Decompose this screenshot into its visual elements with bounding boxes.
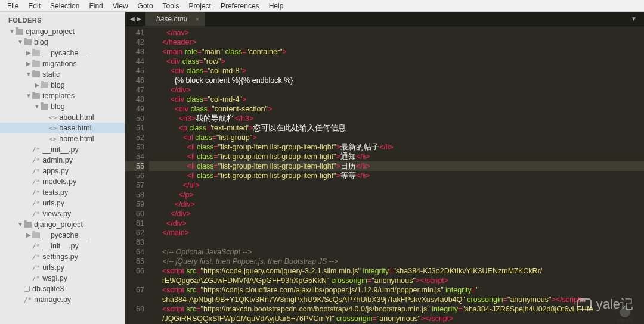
tree-item-models-py[interactable]: /*models.py — [0, 176, 125, 187]
python-file-icon: /* — [32, 242, 40, 250]
tree-item-db-sqlite3[interactable]: db.sqlite3 — [0, 284, 125, 294]
tree-item-manage-py[interactable]: /*manage.py — [0, 294, 125, 305]
tree-item-label: views.py — [42, 210, 71, 218]
folder-tree: ▼django_project▼blog▶__pycache__▶migrati… — [0, 26, 125, 305]
menu-bar: FileEditSelectionFindViewGotoToolsProjec… — [0, 0, 644, 12]
editor-area: ◀ ▶ base.html × ▼ 4142434445464748495051… — [125, 12, 644, 324]
tree-item-wsgi-py[interactable]: /*wsgi.py — [0, 273, 125, 284]
tree-item-label: apps.py — [42, 167, 69, 175]
menu-project[interactable]: Project — [184, 1, 216, 11]
tree-item-urls-py[interactable]: /*urls.py — [0, 198, 125, 208]
tree-item-label: about.html — [59, 113, 94, 122]
tree-item-settings-py[interactable]: /*settings.py — [0, 251, 125, 262]
tree-item-urls-py[interactable]: /*urls.py — [0, 262, 125, 273]
tree-item-label: __pycache__ — [42, 231, 86, 239]
folder-icon — [32, 232, 40, 238]
menu-goto[interactable]: Goto — [133, 1, 158, 11]
menu-file[interactable]: File — [2, 1, 23, 11]
folder-icon — [24, 39, 32, 45]
python-file-icon: /* — [32, 178, 40, 186]
tree-item-label: settings.py — [42, 253, 78, 261]
tree-item-migrations[interactable]: ▶migrations — [0, 58, 125, 69]
tab-right-icon[interactable]: ▶ — [137, 15, 141, 22]
tree-item-django-project[interactable]: ▼django_project — [0, 219, 125, 230]
python-file-icon: /* — [32, 189, 40, 197]
tree-item-label: static — [42, 70, 60, 79]
disclosure-triangle-icon[interactable]: ▼ — [33, 103, 41, 110]
folder-sidebar: FOLDERS ▼django_project▼blog▶__pycache__… — [0, 12, 125, 324]
tree-item-templates[interactable]: ▼templates — [0, 91, 125, 101]
code-editor[interactable]: 4142434445464748495051525354555657585960… — [125, 26, 644, 324]
menu-find[interactable]: Find — [84, 1, 107, 11]
tab-menu-button[interactable]: ▼ — [624, 12, 644, 26]
tree-item-label: urls.py — [42, 199, 64, 207]
tree-item-home-html[interactable]: <>home.html — [0, 133, 125, 144]
tab-bar: ◀ ▶ base.html × ▼ — [125, 12, 644, 26]
tree-item-label: manage.py — [34, 295, 71, 304]
tree-item--init-py[interactable]: /*__init__.py — [0, 144, 125, 155]
menu-help[interactable]: Help — [264, 1, 289, 11]
tree-item-blog[interactable]: ▼blog — [0, 101, 125, 112]
tree-item-label: tests.py — [42, 188, 68, 197]
menu-preferences[interactable]: Preferences — [216, 1, 264, 11]
close-icon[interactable]: × — [196, 15, 199, 23]
tree-item-label: blog — [34, 38, 48, 46]
python-file-icon: /* — [32, 167, 40, 175]
disclosure-triangle-icon[interactable]: ▶ — [25, 49, 32, 56]
disclosure-triangle-icon[interactable]: ▼ — [25, 71, 32, 77]
tree-item--pycache-[interactable]: ▶__pycache__ — [0, 230, 125, 241]
tree-item-label: django_project — [26, 27, 75, 36]
folder-icon — [41, 104, 48, 110]
tree-item-label: templates — [42, 92, 75, 100]
python-file-icon: /* — [32, 157, 40, 164]
folder-icon — [32, 71, 40, 77]
menu-edit[interactable]: Edit — [23, 1, 45, 11]
tab-scroll-controls: ◀ ▶ — [125, 12, 145, 26]
disclosure-triangle-icon[interactable]: ▼ — [17, 39, 24, 45]
tree-item-label: urls.py — [42, 263, 64, 272]
tree-item-django-project[interactable]: ▼django_project — [0, 26, 125, 37]
folder-icon — [32, 93, 40, 99]
tab-label: base.html — [156, 15, 187, 23]
disclosure-triangle-icon[interactable]: ▼ — [8, 28, 16, 35]
menu-tools[interactable]: Tools — [158, 1, 184, 11]
tree-item-blog[interactable]: ▼blog — [0, 37, 125, 48]
tree-item-tests-py[interactable]: /*tests.py — [0, 187, 125, 198]
tree-item-label: django_project — [34, 220, 83, 229]
disclosure-triangle-icon[interactable]: ▶ — [25, 60, 32, 67]
disclosure-triangle-icon[interactable]: ▶ — [33, 82, 41, 88]
menu-view[interactable]: View — [108, 1, 133, 11]
tree-item-views-py[interactable]: /*views.py — [0, 208, 125, 219]
tree-item-about-html[interactable]: <>about.html — [0, 112, 125, 123]
menu-selection[interactable]: Selection — [45, 1, 84, 11]
tree-item-apps-py[interactable]: /*apps.py — [0, 166, 125, 176]
html-file-icon: <> — [49, 114, 57, 122]
tree-item-label: base.html — [59, 124, 91, 132]
python-file-icon: /* — [32, 146, 40, 154]
line-number-gutter: 4142434445464748495051525354555657585960… — [125, 26, 149, 324]
disclosure-triangle-icon[interactable]: ▶ — [25, 232, 32, 238]
tree-item-blog[interactable]: ▶blog — [0, 80, 125, 91]
python-file-icon: /* — [32, 275, 40, 282]
tree-item-base-html[interactable]: <>base.html — [0, 123, 125, 133]
code-text[interactable]: </nav> </header> <main role="main" class… — [149, 26, 644, 324]
disclosure-triangle-icon[interactable]: ▼ — [25, 92, 32, 99]
html-file-icon: <> — [49, 135, 57, 143]
tree-item--init-py[interactable]: /*__init__.py — [0, 241, 125, 251]
tree-item-label: blog — [51, 102, 65, 111]
folder-icon — [32, 61, 40, 67]
tree-item-admin-py[interactable]: /*admin.py — [0, 155, 125, 166]
tree-item-label: wsgi.py — [42, 274, 67, 282]
tree-item--pycache-[interactable]: ▶__pycache__ — [0, 48, 125, 58]
tree-item-static[interactable]: ▼static — [0, 69, 125, 80]
chevron-down-icon: ▼ — [631, 15, 637, 22]
folder-icon — [41, 82, 48, 88]
tab-left-icon[interactable]: ◀ — [130, 15, 135, 22]
tree-item-label: migrations — [42, 60, 77, 68]
tree-item-label: home.html — [59, 135, 94, 143]
tab-base-html[interactable]: base.html × — [145, 12, 206, 26]
python-file-icon: /* — [32, 264, 40, 272]
folder-icon — [32, 50, 40, 56]
disclosure-triangle-icon[interactable]: ▼ — [17, 221, 24, 228]
sidebar-title: FOLDERS — [0, 12, 125, 26]
